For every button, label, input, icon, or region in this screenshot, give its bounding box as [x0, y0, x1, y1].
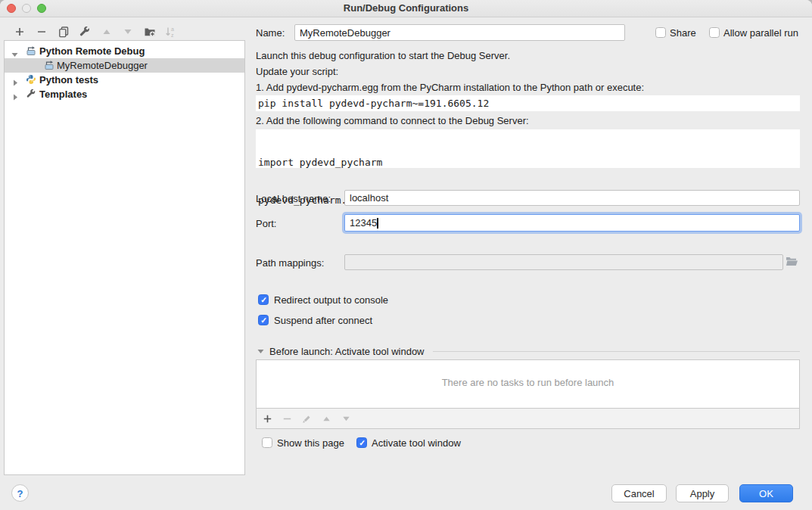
move-down-icon[interactable] [122, 26, 134, 38]
instruction-line-1: Launch this debug configuration to start… [256, 50, 510, 61]
redirect-output-checkbox[interactable] [258, 294, 269, 305]
chevron-down-icon[interactable] [11, 48, 18, 54]
tree-item-python-tests[interactable]: Python tests [5, 73, 244, 87]
help-button[interactable]: ? [11, 484, 29, 502]
before-launch-collapse-icon[interactable] [257, 348, 264, 355]
wrench-icon [26, 89, 36, 99]
instruction-step-2: 2. Add the following command to connect … [256, 115, 529, 126]
sort-alphabetically-icon[interactable]: az [165, 26, 177, 38]
activate-tool-window-label: Activate tool window [372, 437, 461, 449]
suspend-after-connect-checkbox[interactable] [258, 315, 269, 325]
suspend-after-connect-label: Suspend after connect [274, 315, 372, 326]
svg-text:a: a [171, 26, 174, 32]
tree-item-label: Python tests [39, 73, 98, 87]
window-title: Run/Debug Configurations [0, 2, 812, 14]
share-checkbox[interactable] [655, 27, 666, 38]
move-task-up-icon[interactable] [321, 413, 333, 425]
instruction-step-1: 1. Add pydevd-pycharm.egg from the PyCha… [256, 82, 644, 93]
tree-item-label: Python Remote Debug [39, 44, 145, 58]
path-mappings-label: Path mappings: [256, 257, 324, 269]
show-this-page-label: Show this page [277, 437, 344, 449]
local-host-input[interactable] [344, 190, 800, 206]
remove-icon[interactable] [36, 26, 48, 38]
redirect-output-label: Redirect output to console [274, 294, 388, 306]
section-divider [433, 351, 800, 352]
tree-item-myremotedebugger[interactable]: MyRemoteDebugger [5, 58, 244, 73]
copy-icon[interactable] [58, 26, 70, 38]
port-input[interactable] [344, 214, 800, 232]
ok-button[interactable]: OK [739, 484, 793, 502]
tree-item-label: Templates [39, 87, 87, 101]
allow-parallel-run-checkbox[interactable] [709, 27, 720, 38]
name-input[interactable] [294, 24, 625, 41]
configurations-tree: Python Remote Debug MyRemoteDebugger Pyt… [4, 40, 245, 475]
titlebar: Run/Debug Configurations [0, 0, 812, 17]
browse-folder-icon[interactable] [786, 257, 798, 269]
remove-task-icon[interactable] [282, 413, 294, 425]
remote-debug-config-icon [44, 60, 54, 70]
settrace-code: import pydevd_pycharm pydevd_pycharm.set… [256, 129, 800, 168]
run-debug-configurations-dialog: Run/Debug Configurations az Python Remot… [0, 0, 812, 510]
add-task-icon[interactable] [262, 413, 274, 425]
port-label: Port: [256, 218, 276, 229]
tree-item-label: MyRemoteDebugger [57, 58, 148, 73]
settrace-code-line-1: import pydevd_pycharm [258, 155, 800, 170]
show-this-page-checkbox[interactable] [262, 437, 272, 448]
edit-defaults-wrench-icon[interactable] [79, 26, 91, 38]
share-label: Share [670, 27, 696, 39]
pip-install-code: pip install pydevd-pycharm~=191.6605.12 [256, 95, 800, 111]
tree-item-python-remote-debug[interactable]: Python Remote Debug [5, 44, 244, 58]
before-launch-title: Before launch: Activate tool window [269, 346, 425, 357]
local-host-label: Local host name: [256, 193, 331, 204]
before-launch-toolbar [256, 409, 800, 429]
text-cursor [377, 218, 378, 229]
move-up-icon[interactable] [101, 26, 113, 38]
allow-parallel-run-label: Allow parallel run [723, 27, 798, 39]
path-mappings-input[interactable] [344, 254, 783, 270]
cancel-button[interactable]: Cancel [611, 484, 667, 502]
python-icon [26, 74, 36, 85]
name-label: Name: [256, 27, 285, 39]
svg-text:z: z [171, 33, 174, 38]
instruction-line-2: Update your script: [256, 66, 338, 77]
remote-debug-config-icon [26, 45, 36, 56]
add-icon[interactable] [14, 26, 26, 38]
chevron-right-icon[interactable] [12, 76, 19, 82]
tree-item-templates[interactable]: Templates [5, 87, 244, 101]
move-task-down-icon[interactable] [341, 413, 353, 425]
before-launch-task-list[interactable]: There are no tasks to run before launch [256, 359, 800, 409]
activate-tool-window-checkbox[interactable] [356, 437, 367, 448]
no-tasks-message: There are no tasks to run before launch [257, 377, 799, 388]
apply-button[interactable]: Apply [676, 484, 729, 502]
edit-task-icon[interactable] [301, 413, 313, 425]
chevron-right-icon[interactable] [12, 90, 19, 97]
new-folder-icon[interactable] [144, 26, 156, 38]
